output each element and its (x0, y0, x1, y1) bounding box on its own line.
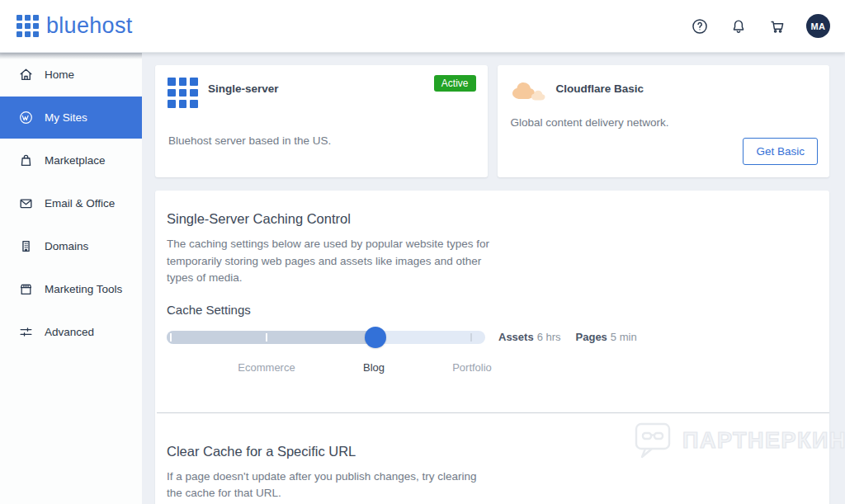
clear-cache-title: Clear Cache for a Specific URL (167, 444, 818, 459)
topbar-actions: MA (690, 14, 830, 38)
wordpress-icon (18, 110, 34, 125)
sidebar-item-label: Email & Office (45, 197, 115, 210)
home-icon (18, 67, 34, 82)
clear-cache-description: If a page doesn't update after you publi… (167, 469, 495, 502)
cache-durations: Assets6 hrs Pages5 min (498, 331, 637, 343)
cache-settings-label: Cache Settings (167, 303, 818, 317)
cache-slider-fill (167, 331, 375, 344)
sidebar-item-home[interactable]: Home (0, 54, 142, 96)
building-icon (18, 238, 34, 254)
sidebar-item-label: Home (45, 68, 74, 81)
get-basic-button[interactable]: Get Basic (743, 138, 818, 165)
sidebar-item-label: Marketing Tools (45, 283, 122, 295)
sidebar-item-label: Marketplace (45, 154, 106, 167)
cache-slider-options: Ecommerce Blog Portfolio (167, 361, 485, 376)
caching-control-title: Single-Server Caching Control (167, 211, 818, 227)
single-server-title: Single-server (208, 82, 279, 95)
cloudflare-description: Global content delivery network. (511, 116, 669, 129)
sidebar-item-my-sites[interactable]: My Sites (0, 97, 142, 139)
bell-icon[interactable] (729, 16, 748, 36)
cloudflare-cloud-icon (510, 79, 546, 104)
sidebar-item-domains[interactable]: Domains (0, 225, 142, 267)
cloudflare-title: Cloudflare Basic (556, 82, 644, 95)
envelope-icon (18, 195, 34, 211)
help-icon[interactable] (690, 16, 710, 36)
slider-option-ecommerce[interactable]: Ecommerce (238, 361, 295, 374)
sidebar-nav: Home My Sites Marketplace Email & Office (0, 53, 142, 504)
cloudflare-card: Cloudflare Basic Global content delivery… (498, 65, 830, 177)
status-badge: Active (434, 75, 476, 92)
slider-tick (470, 333, 472, 341)
main-content: Single-server Active Bluehost server bas… (142, 53, 845, 504)
sidebar-item-email-office[interactable]: Email & Office (0, 182, 142, 224)
clear-cache-section: Clear Cache for a Specific URL If a page… (167, 444, 818, 502)
caching-control-card: Single-Server Caching Control The cachin… (155, 191, 829, 504)
cart-icon[interactable] (767, 16, 787, 36)
cache-slider[interactable] (167, 331, 485, 344)
plan-cards-row: Single-server Active Bluehost server bas… (155, 65, 829, 177)
cache-settings-row: Assets6 hrs Pages5 min (167, 331, 818, 344)
sidebar-item-advanced[interactable]: Advanced (0, 311, 142, 353)
sidebar-item-label: Domains (45, 240, 88, 252)
server-grid-icon (168, 78, 198, 108)
slider-tick (170, 333, 172, 341)
assets-duration: Assets6 hrs (498, 331, 561, 343)
slider-option-blog[interactable]: Blog (363, 361, 385, 374)
single-server-description: Bluehost server based in the US. (168, 134, 331, 147)
cache-slider-thumb[interactable] (365, 327, 386, 348)
sidebar-item-label: My Sites (45, 111, 87, 124)
bluehost-logo[interactable]: bluehost (17, 13, 132, 39)
sidebar-item-marketing-tools[interactable]: Marketing Tools (0, 268, 142, 310)
bluehost-grid-icon (17, 15, 39, 37)
storefront-icon (18, 281, 34, 297)
sidebar-item-label: Advanced (45, 326, 94, 338)
brand-name: bluehost (46, 13, 132, 39)
pages-duration: Pages5 min (576, 331, 637, 343)
user-avatar[interactable]: MA (806, 14, 830, 38)
caching-control-description: The caching settings below are used by p… (167, 236, 495, 287)
slider-option-portfolio[interactable]: Portfolio (452, 361, 492, 374)
section-divider (157, 412, 829, 413)
shopping-bag-icon (18, 153, 34, 168)
sliders-icon (18, 324, 34, 340)
single-server-card: Single-server Active Bluehost server bas… (155, 65, 488, 177)
top-bar: bluehost MA (0, 0, 845, 53)
slider-tick (266, 333, 267, 341)
sidebar-item-marketplace[interactable]: Marketplace (0, 139, 142, 181)
